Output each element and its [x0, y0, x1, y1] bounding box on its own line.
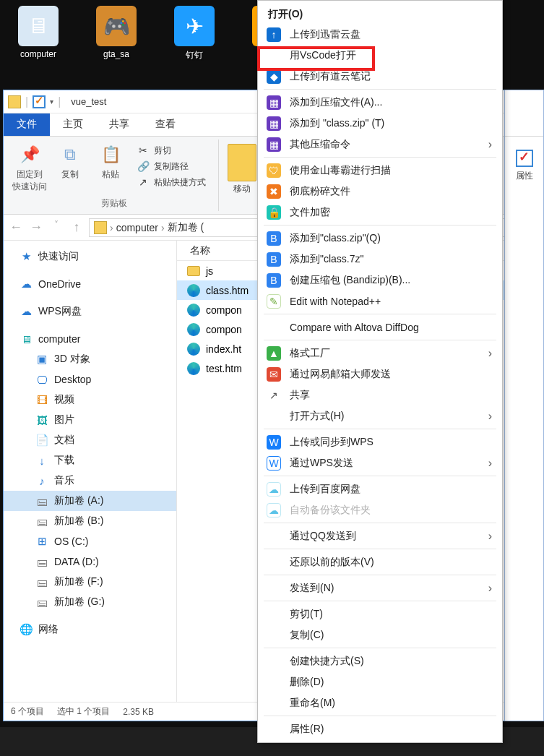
tree-item[interactable]: 🖴新加卷 (G:) [4, 592, 176, 612]
drive-icon: 🖴 [35, 555, 48, 568]
edge-icon [187, 362, 200, 375]
tree-item-label: 视频 [54, 393, 74, 406]
context-menu-item[interactable]: 🔒文件加密 [258, 202, 502, 223]
context-menu-item[interactable]: 剪切(T) [258, 603, 502, 624]
tab-view[interactable]: 查看 [142, 113, 189, 136]
tree-item[interactable]: ★快速访问 [4, 246, 176, 267]
menu-item-icon: W [267, 435, 281, 450]
context-menu-item[interactable]: ✖彻底粉碎文件 [258, 181, 502, 202]
tree-item[interactable]: 🖼图片 [4, 410, 176, 430]
desktop-icon-dingtalk[interactable]: ✈钉钉 [166, 6, 223, 61]
tree-item[interactable]: 🖴DATA (D:) [4, 551, 176, 572]
context-menu-item[interactable]: ✉通过网易邮箱大师发送 [258, 364, 502, 385]
nav-history-button[interactable]: ˅ [48, 220, 64, 236]
context-menu-item[interactable]: ↑上传到迅雷云盘 [258, 24, 502, 45]
context-menu-item[interactable]: Compare with Altova DiffDog [258, 317, 502, 338]
context-menu-item[interactable]: 打开方式(H) [258, 405, 502, 426]
menu-item-icon: ✎ [267, 294, 281, 309]
tree-item[interactable]: ▣3D 对象 [4, 349, 176, 369]
context-menu-item[interactable]: B添加到"class.zip"(Q) [258, 228, 502, 249]
tree-item-label: 文档 [54, 434, 74, 447]
context-menu-item[interactable]: 发送到(N) [258, 577, 502, 598]
tree-item[interactable]: 🖴新加卷 (A:) [4, 491, 176, 511]
context-menu-item[interactable]: B添加到"class.7z" [258, 249, 502, 270]
context-menu-item[interactable]: W上传或同步到WPS [258, 431, 502, 452]
nav-forward-button[interactable]: → [28, 220, 44, 236]
tree-item-label: WPS网盘 [38, 305, 82, 318]
tree-item[interactable]: ☁OneDrive [4, 274, 176, 294]
cut-button[interactable]: ✂剪切 [137, 144, 206, 157]
qa-dropdown-icon[interactable]: ▾ [50, 98, 53, 106]
context-menu-item[interactable]: 属性(R) [258, 718, 502, 739]
properties-button[interactable]: 属性 [505, 137, 543, 182]
menu-item-icon: B [267, 252, 281, 267]
menu-item-icon: 🛡 [267, 163, 281, 178]
tree-item[interactable]: 🖴新加卷 (F:) [4, 572, 176, 592]
menu-item-label: 上传到有道云笔记 [290, 70, 492, 83]
context-menu-item[interactable]: ☁上传到百度网盘 [258, 478, 502, 499]
tree-item[interactable]: 🖴新加卷 (B:) [4, 511, 176, 531]
cloud-icon: ☁ [20, 305, 33, 318]
breadcrumb-item[interactable]: computer [116, 222, 158, 233]
tree-item-label: 快速访问 [38, 250, 79, 263]
menu-item-label: 自动备份该文件夹 [290, 504, 492, 517]
tab-home[interactable]: 主页 [50, 113, 96, 136]
context-menu-item[interactable]: 🛡使用金山毒霸进行扫描 [258, 160, 502, 181]
folder-icon [187, 266, 200, 276]
tree-item-label: OneDrive [38, 278, 81, 290]
checkbox-icon[interactable] [33, 95, 46, 108]
breadcrumb-item[interactable]: 新加卷 ( [168, 221, 204, 234]
tree-item[interactable]: 🖥computer [4, 329, 176, 349]
context-menu-item[interactable]: 用VsCode打开 [258, 45, 502, 66]
tree-item-label: 音乐 [54, 474, 74, 487]
tree-item[interactable]: ♪音乐 [4, 471, 176, 491]
context-menu-item[interactable]: ▦添加到 "class.zip" (T) [258, 113, 502, 134]
menu-item-label: 打开方式(H) [290, 410, 480, 423]
paste-shortcut-button[interactable]: ↗粘贴快捷方式 [137, 176, 206, 189]
status-size: 2.35 KB [123, 707, 154, 717]
nav-up-button[interactable]: ↑ [69, 220, 85, 236]
tree-item[interactable]: 📄文档 [4, 430, 176, 450]
gta-icon: 🎮 [96, 6, 137, 46]
tree-item[interactable]: ⊞OS (C:) [4, 531, 176, 551]
tree-item[interactable]: 🖵Desktop [4, 369, 176, 390]
move-button[interactable]: 移动 [233, 183, 251, 195]
tab-file[interactable]: 文件 [4, 113, 50, 136]
desktop-icon-computer[interactable]: 🖥computer [10, 6, 66, 61]
nav-tree[interactable]: ★快速访问☁OneDrive☁WPS网盘🖥computer▣3D 对象🖵Desk… [4, 241, 177, 702]
context-menu-item[interactable]: 删除(D) [258, 671, 502, 692]
desktop-icon-gta[interactable]: 🎮gta_sa [88, 6, 144, 61]
tab-share[interactable]: 共享 [96, 113, 142, 136]
context-menu-item[interactable]: B创建压缩包 (Bandizip)(B)... [258, 270, 502, 291]
copy-path-button[interactable]: 🔗复制路径 [137, 160, 206, 173]
context-menu-item[interactable]: ▦添加到压缩文件(A)... [258, 92, 502, 113]
context-menu-item[interactable]: ◆上传到有道云笔记 [258, 66, 502, 87]
file-name: class.htm [206, 285, 249, 296]
context-menu-item[interactable]: ▦其他压缩命令 [258, 134, 502, 155]
pin-button[interactable]: 📌固定到 快速访问 [9, 139, 50, 193]
tree-item[interactable]: ☁WPS网盘 [4, 301, 176, 322]
tree-item[interactable]: ↓下载 [4, 450, 176, 471]
context-menu-item[interactable]: W通过WPS发送 [258, 452, 502, 473]
context-menu-item[interactable]: ✎Edit with Notepad++ [258, 291, 502, 312]
context-menu-item[interactable]: ▲格式工厂 [258, 343, 502, 364]
tree-item[interactable]: 🌐网络 [4, 619, 176, 640]
context-menu-item[interactable]: 重命名(M) [258, 692, 502, 713]
paste-button[interactable]: 📋粘贴 [90, 139, 131, 181]
context-menu-item[interactable]: 复制(C) [258, 624, 502, 645]
tree-item[interactable]: 🎞视频 [4, 390, 176, 410]
menu-item-label: 文件加密 [290, 206, 492, 219]
nav-back-button[interactable]: ← [8, 220, 24, 236]
context-menu-item[interactable]: 通过QQ发送到 [258, 525, 502, 546]
menu-item-label: 删除(D) [290, 676, 492, 689]
menu-item-label: 使用金山毒霸进行扫描 [290, 164, 492, 177]
menu-item-icon: ▲ [267, 346, 281, 361]
copy-button[interactable]: ⧉复制 [50, 139, 90, 181]
context-menu-item[interactable]: 还原以前的版本(V) [258, 551, 502, 572]
down-icon: ↓ [35, 454, 48, 467]
pin-icon: 📌 [17, 142, 42, 167]
context-menu-header[interactable]: 打开(O) [258, 4, 502, 24]
context-menu-item[interactable]: ↗共享 [258, 385, 502, 405]
menu-item-icon: B [267, 231, 281, 246]
context-menu-item[interactable]: 创建快捷方式(S) [258, 650, 502, 671]
